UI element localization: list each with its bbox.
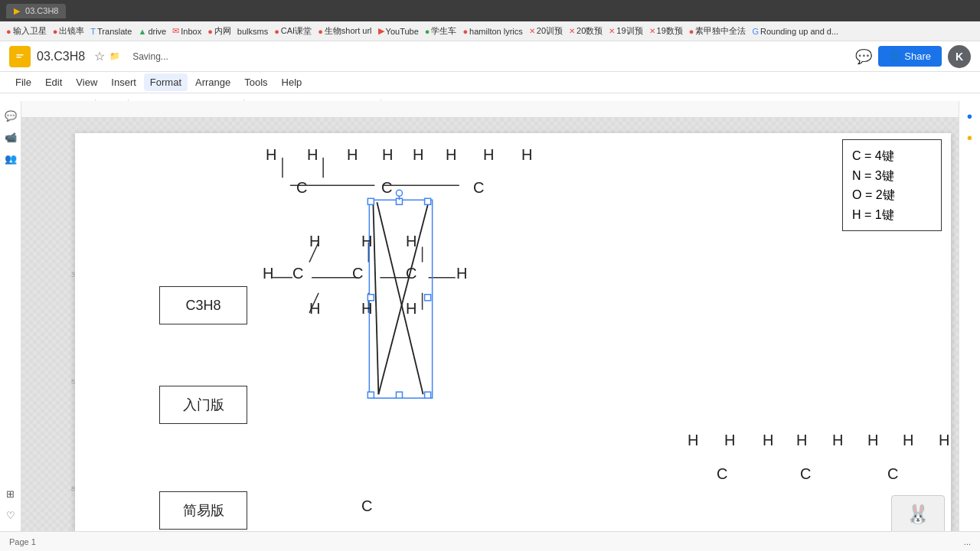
menu-arrange[interactable]: Arrange <box>189 73 237 91</box>
svg-rect-24 <box>425 392 431 398</box>
h-right-1: H <box>688 432 698 449</box>
avatar[interactable]: K <box>948 45 971 68</box>
bottom-bar: Page 1 ... <box>0 531 980 551</box>
right-sidebar: ● ● <box>959 101 980 551</box>
svg-rect-20 <box>369 200 432 398</box>
chrome-tab[interactable]: ▶ 03.C3H8 <box>6 4 66 18</box>
share-button[interactable]: 👤 Share <box>878 46 942 67</box>
sidebar-heart-icon[interactable]: ♡ <box>2 507 19 523</box>
h-right-3: H <box>763 432 773 449</box>
menu-edit[interactable]: Edit <box>39 73 68 91</box>
title-actions: ☆ 📁 <box>94 49 120 64</box>
struct-c1: C <box>292 265 303 282</box>
h-top-7: H <box>483 146 494 164</box>
svg-rect-28 <box>425 295 431 301</box>
struct-h-c2-top: H <box>361 233 372 250</box>
bond-lines-svg <box>75 133 951 540</box>
bm-hamilton[interactable]: ● hamilton lyrics <box>462 27 522 36</box>
bm-rounding[interactable]: G Rounding up and d... <box>752 27 838 36</box>
struct-h-right: H <box>456 265 467 282</box>
menu-help[interactable]: Help <box>276 73 309 91</box>
svg-rect-2 <box>17 57 21 58</box>
share-person-icon: 👤 <box>889 51 901 62</box>
h-right-4: H <box>796 432 807 449</box>
svg-rect-22 <box>425 198 431 204</box>
comments-icon[interactable]: 💬 <box>855 48 872 65</box>
sidebar-apps-icon[interactable]: ⊞ <box>2 485 19 502</box>
struct-h-c1-bottom: H <box>309 300 320 318</box>
bm-chuljing[interactable]: ● 出镜率 <box>53 25 85 37</box>
c-right-3: C <box>887 465 898 483</box>
struct-c3: C <box>406 265 416 282</box>
bm-youtube[interactable]: ▶ YouTube <box>378 26 419 36</box>
menu-view[interactable]: View <box>70 73 103 91</box>
bm-bulksms[interactable]: bulksms <box>237 27 268 36</box>
slide-canvas[interactable]: C3H8 入门版 简易版 专业版 C = 4键 N = 3键 O = 2键 H … <box>75 133 951 540</box>
sidebar-contacts-icon[interactable]: 👥 <box>2 150 19 167</box>
c-top-2: C <box>381 179 392 197</box>
h-right-5: H <box>832 432 843 449</box>
sidebar-chat-icon[interactable]: 💬 <box>2 107 19 124</box>
left-sidebar: 💬 📹 👥 ⊞ ♡ ⚙ <box>0 101 21 551</box>
svg-rect-26 <box>396 392 402 398</box>
info-box: C = 4键 N = 3键 O = 2键 H = 1键 <box>842 139 942 231</box>
bm-20s[interactable]: ✕ 20数预 <box>569 25 603 37</box>
bm-su[interactable]: ● 素甲独中全法 <box>689 25 746 37</box>
h-top-8: H <box>521 146 532 164</box>
bm-bio[interactable]: ● 生物short url <box>318 25 371 37</box>
bookmarks-bar: ● 输入卫星 ● 出镜率 T Translate ▲ drive ✉ Inbox… <box>0 21 980 41</box>
menu-insert[interactable]: Insert <box>105 73 142 91</box>
sidebar-meet-icon[interactable]: 📹 <box>2 129 19 145</box>
simple-label[interactable]: 简易版 <box>159 491 247 530</box>
svg-line-19 <box>378 202 428 394</box>
bm-input[interactable]: ● 输入卫星 <box>6 25 47 37</box>
c3h8-label[interactable]: C3H8 <box>159 286 247 324</box>
bm-cai[interactable]: ● CAI课堂 <box>274 25 312 37</box>
h-top-1: H <box>266 146 276 164</box>
struct-h-top: H <box>309 233 320 250</box>
sidebar-right-1[interactable]: ● <box>962 107 978 124</box>
struct-h-c3-bottom: H <box>406 300 416 318</box>
h-top-5: H <box>413 146 423 164</box>
page-info: Page 1 <box>9 537 36 546</box>
bm-inbox[interactable]: ✉ Inbox <box>172 26 201 36</box>
struct-h-c2-bottom: H <box>361 300 372 318</box>
menu-bar: File Edit View Insert Format Arrange Too… <box>0 72 980 93</box>
info-line-2: N = 3键 <box>852 166 932 186</box>
svg-line-17 <box>373 202 378 394</box>
diagonal-c-label: C <box>361 497 372 515</box>
drive-icon[interactable]: 📁 <box>109 51 120 61</box>
menu-tools[interactable]: Tools <box>238 73 273 91</box>
vertical-ruler: 3 5 8 <box>21 118 75 551</box>
star-icon[interactable]: ☆ <box>94 49 105 64</box>
bm-xsc[interactable]: ● 学生车 <box>425 25 457 37</box>
bm-translate[interactable]: T Translate <box>90 27 132 36</box>
bm-drive[interactable]: ▲ drive <box>139 27 167 36</box>
mascot: 🐰 <box>891 495 945 533</box>
sidebar-right-2[interactable]: ● <box>962 129 978 145</box>
c-right-2: C <box>800 465 811 483</box>
canvas-area[interactable]: C3H8 入门版 简易版 专业版 C = 4键 N = 3键 O = 2键 H … <box>21 118 959 551</box>
h-right-6: H <box>867 432 878 449</box>
tab-favicon: ▶ <box>14 6 20 15</box>
bm-19x[interactable]: ✕ 19训预 <box>609 25 642 37</box>
app-bar: 03.C3H8 ☆ 📁 Saving... 💬 👤 Share K <box>0 41 980 72</box>
bm-neiwang[interactable]: ● 内网 <box>207 25 231 37</box>
svg-rect-25 <box>396 198 402 204</box>
svg-rect-21 <box>368 198 374 204</box>
bottom-right: ... <box>964 537 971 546</box>
c-top-3: C <box>473 179 484 197</box>
struct-c2: C <box>352 265 363 282</box>
chrome-bar: ▶ 03.C3H8 <box>0 0 980 21</box>
menu-file[interactable]: File <box>9 73 38 91</box>
bm-20x[interactable]: ✕ 20训预 <box>529 25 563 37</box>
h-right-2: H <box>724 432 735 449</box>
zoom-info: ... <box>964 537 971 546</box>
info-line-3: O = 2键 <box>852 185 932 205</box>
intro-label[interactable]: 入门版 <box>159 386 247 424</box>
h-top-6: H <box>446 146 456 164</box>
bm-19s[interactable]: ✕ 19数预 <box>649 25 683 37</box>
simple-text: 简易版 <box>183 501 224 520</box>
h-top-2: H <box>307 146 318 164</box>
menu-format[interactable]: Format <box>144 73 188 91</box>
